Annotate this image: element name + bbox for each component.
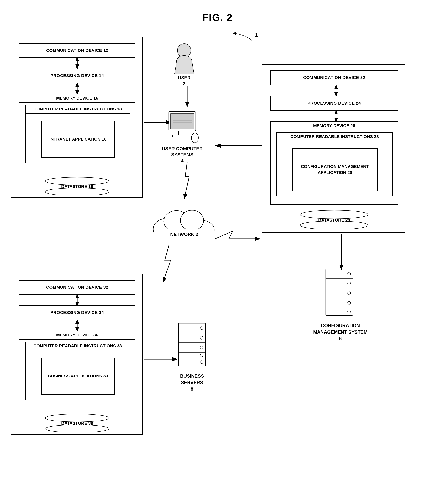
business-server-svg (174, 322, 209, 371)
svg-text:DATASTORE 19: DATASTORE 19 (61, 184, 93, 189)
svg-point-58 (45, 414, 109, 422)
datastore-39-svg: DATASTORE 39 (44, 414, 110, 432)
svg-point-59 (45, 425, 109, 432)
dbl-arrow-24-26 (331, 111, 341, 122)
svg-point-31 (180, 210, 204, 230)
comm-device-12-label: COMMUNICATION DEVICE 12 (46, 48, 108, 53)
lightning-network-server (159, 245, 178, 283)
svg-point-67 (200, 326, 203, 330)
svg-point-70 (200, 354, 203, 357)
comm-device-32-label: COMMUNICATION DEVICE 32 (46, 285, 108, 290)
mem-device-26-box: MEMORY DEVICE 26 COMPUTER READABLE INSTR… (270, 121, 398, 205)
svg-point-51 (348, 301, 351, 305)
svg-point-52 (348, 310, 351, 313)
proc-device-34-box: PROCESSING DEVICE 34 (19, 305, 135, 320)
cr-instructions-38-label: COMPUTER READABLE INSTRUCTIONS 38 (33, 343, 122, 348)
svg-point-10 (45, 177, 109, 185)
comm-device-32-box: COMMUNICATION DEVICE 32 (19, 280, 135, 295)
svg-rect-20 (173, 135, 192, 137)
top-right-system-box: COMMUNICATION DEVICE 22 PROCESSING DEVIC… (262, 64, 405, 233)
cloud-svg: NETWORK 2 (151, 202, 217, 245)
mem-device-26-label: MEMORY DEVICE 26 (313, 123, 355, 128)
proc-device-24-label: PROCESSING DEVICE 24 (307, 100, 361, 106)
top-left-system-box: COMMUNICATION DEVICE 12 PROCESSING DEVIC (11, 37, 143, 198)
svg-point-49 (348, 282, 351, 285)
svg-text:NETWORK 2: NETWORK 2 (170, 232, 198, 237)
mem-device-36-label: MEMORY DEVICE 36 (56, 333, 98, 337)
mem-device-16-label: MEMORY DEVICE 16 (56, 96, 98, 100)
business-app-30-box: BUSINESS APPLICATIONS 30 (41, 358, 115, 395)
config-mgmt-server-icon (320, 268, 359, 321)
proc-device-14-label: PROCESSING DEVICE 14 (50, 73, 104, 79)
figure-title: FIG. 2 (0, 0, 435, 23)
proc-device-14-box: PROCESSING DEVICE 14 (19, 69, 135, 83)
comm-device-12-box: COMMUNICATION DEVICE 12 (19, 43, 135, 58)
datastore-19: DATASTORE 19 (44, 177, 110, 195)
ref1-arrow: 1 (213, 29, 271, 45)
user-figure (173, 43, 196, 74)
svg-rect-19 (178, 131, 186, 135)
business-servers-label: BUSINESS SERVERS 8 (169, 373, 215, 392)
cr-instructions-38-box: COMPUTER READABLE INSTRUCTIONS 38 BUSINE… (25, 342, 130, 400)
dbl-arrow-14-16 (72, 83, 82, 94)
datastore-39: DATASTORE 39 (44, 414, 110, 432)
arrow-user-computer (182, 85, 192, 109)
diagram-area: 1 COMMUNICATION DEVICE 12 (0, 25, 435, 503)
config-app-20-box: CONFIGURATION MANAGEMENT APPLICATION 20 (292, 148, 378, 191)
svg-point-71 (200, 360, 203, 364)
svg-point-50 (348, 292, 351, 295)
bottom-left-system-box: COMMUNICATION DEVICE 32 PROCESSING DEVIC… (11, 274, 143, 435)
svg-point-68 (200, 336, 203, 339)
cr-instructions-28-label: COMPUTER READABLE INSTRUCTIONS 28 (290, 134, 379, 139)
datastore-29-svg: DATASTORE 29 (299, 210, 369, 229)
business-app-30-label: BUSINESS APPLICATIONS 30 (48, 373, 108, 379)
business-servers-icon (174, 322, 209, 372)
dbl-arrow-22-24 (331, 85, 341, 96)
svg-point-48 (348, 272, 351, 275)
user-label: USER 3 (171, 75, 198, 87)
dbl-arrow-12-14 (72, 58, 82, 69)
arrow-computer-network (182, 161, 192, 200)
proc-device-34-label: PROCESSING DEVICE 34 (50, 310, 104, 315)
intranet-app-10-label: INTRANET APPLICATION 10 (49, 136, 107, 142)
svg-text:DATASTORE 29: DATASTORE 29 (318, 218, 350, 223)
comm-device-22-box: COMMUNICATION DEVICE 22 (270, 71, 398, 85)
svg-rect-18 (171, 114, 194, 129)
network-cloud: NETWORK 2 (151, 202, 217, 245)
comm-device-22-label: COMMUNICATION DEVICE 22 (303, 75, 365, 81)
datastore-29: DATASTORE 29 (299, 210, 369, 229)
config-mgmt-system-label: CONFIGURATION MANAGEMENT SYSTEM 6 (310, 322, 370, 342)
intranet-app-10-box: INTRANET APPLICATION 10 (41, 121, 115, 158)
server-rack-svg (320, 268, 359, 320)
cr-instructions-28-box: COMPUTER READABLE INSTRUCTIONS 28 CONFIG… (276, 132, 393, 197)
svg-text:DATASTORE 39: DATASTORE 39 (61, 421, 93, 426)
mem-device-36-box: MEMORY DEVICE 36 COMPUTER READABLE INSTR… (19, 331, 135, 408)
arrow-system-config (334, 233, 349, 272)
cr-instructions-18-label: COMPUTER READABLE INSTRUCTIONS 18 (33, 107, 122, 111)
proc-device-24-box: PROCESSING DEVICE 24 (270, 96, 398, 111)
arrow-right-to-user (213, 138, 264, 153)
datastore-19-svg: DATASTORE 19 (44, 177, 110, 195)
mem-device-16-box: MEMORY DEVICE 16 COMPUTER READABLE INSTR… (19, 94, 135, 171)
lightning-network-config (213, 219, 262, 258)
dbl-arrow-32-34 (72, 295, 82, 306)
svg-point-11 (45, 188, 109, 195)
svg-point-69 (200, 346, 203, 349)
dbl-arrow-34-36 (72, 320, 82, 331)
user-computer-icon (163, 111, 202, 146)
svg-text:1: 1 (255, 32, 258, 38)
computer-svg (163, 111, 202, 146)
config-app-20-label: CONFIGURATION MANAGEMENT APPLICATION 20 (293, 164, 377, 176)
cr-instructions-18-box: COMPUTER READABLE INSTRUCTIONS 18 INTRAN… (25, 105, 130, 163)
person-svg (173, 43, 196, 74)
